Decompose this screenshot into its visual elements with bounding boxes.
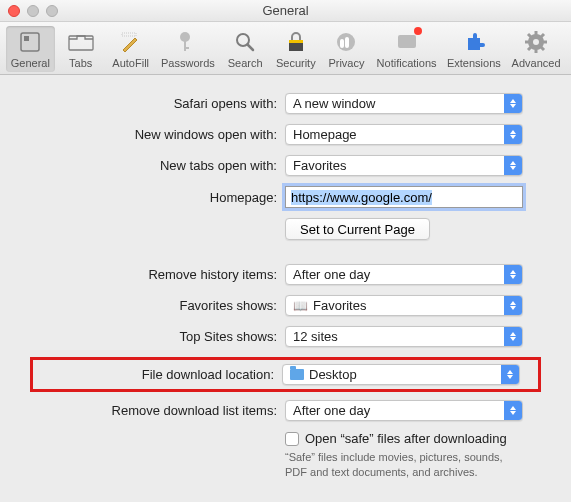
remove-history-label: Remove history items: <box>30 267 285 282</box>
tab-label: Extensions <box>447 57 501 69</box>
new-tabs-label: New tabs open with: <box>30 158 285 173</box>
key-icon <box>175 29 201 55</box>
open-safe-files-label: Open “safe” files after downloading <box>305 431 507 446</box>
select-value: Favorites <box>313 298 504 313</box>
tab-label: AutoFill <box>112 57 149 69</box>
select-value: Favorites <box>293 158 504 173</box>
folder-icon <box>290 369 304 380</box>
chevron-updown-icon <box>501 365 519 384</box>
remove-downloads-select[interactable]: After one day <box>285 400 523 421</box>
remove-downloads-label: Remove download list items: <box>30 403 285 418</box>
download-location-select[interactable]: Desktop <box>282 364 520 385</box>
opens-with-select[interactable]: A new window <box>285 93 523 114</box>
svg-point-16 <box>533 39 539 45</box>
autofill-icon <box>118 29 144 55</box>
chevron-updown-icon <box>504 125 522 144</box>
opens-with-label: Safari opens with: <box>30 96 285 111</box>
svg-rect-13 <box>345 37 349 48</box>
chevron-updown-icon <box>504 401 522 420</box>
tab-label: Tabs <box>69 57 92 69</box>
gear-icon <box>523 29 549 55</box>
preferences-toolbar: General Tabs AutoFill Passwords Search S… <box>0 22 571 75</box>
favorites-shows-select[interactable]: Favorites <box>285 295 523 316</box>
select-value: After one day <box>293 403 504 418</box>
svg-rect-6 <box>184 47 189 49</box>
chevron-updown-icon <box>504 296 522 315</box>
svg-rect-10 <box>289 40 303 43</box>
new-tabs-select[interactable]: Favorites <box>285 155 523 176</box>
chevron-updown-icon <box>504 94 522 113</box>
tab-label: Search <box>228 57 263 69</box>
svg-rect-2 <box>69 36 93 50</box>
book-icon <box>293 299 308 313</box>
svg-line-23 <box>528 47 531 50</box>
tab-general[interactable]: General <box>6 26 55 72</box>
tab-label: Notifications <box>377 57 437 69</box>
tab-label: General <box>11 57 50 69</box>
new-windows-select[interactable]: Homepage <box>285 124 523 145</box>
general-pane: Safari opens with: A new window New wind… <box>0 75 571 500</box>
svg-line-22 <box>541 47 544 50</box>
tab-privacy[interactable]: Privacy <box>322 26 370 72</box>
svg-line-21 <box>528 34 531 37</box>
homepage-input[interactable] <box>285 186 523 208</box>
window-controls <box>8 5 58 17</box>
chevron-updown-icon <box>504 265 522 284</box>
tab-label: Security <box>276 57 316 69</box>
extensions-icon <box>461 29 487 55</box>
svg-rect-0 <box>21 33 39 51</box>
close-icon[interactable] <box>8 5 20 17</box>
open-safe-files-checkbox[interactable] <box>285 432 299 446</box>
tab-extensions[interactable]: Extensions <box>443 26 505 72</box>
general-icon <box>17 29 43 55</box>
window-titlebar: General <box>0 0 571 22</box>
tab-label: Privacy <box>328 57 364 69</box>
svg-rect-1 <box>24 36 29 41</box>
homepage-label: Homepage: <box>30 190 285 205</box>
set-current-page-button[interactable]: Set to Current Page <box>285 218 430 240</box>
tab-tabs[interactable]: Tabs <box>57 26 105 72</box>
tab-autofill[interactable]: AutoFill <box>107 26 155 72</box>
svg-line-24 <box>541 34 544 37</box>
select-value: Homepage <box>293 127 504 142</box>
svg-rect-3 <box>122 33 136 36</box>
tab-search[interactable]: Search <box>221 26 269 72</box>
chevron-updown-icon <box>504 156 522 175</box>
tab-advanced[interactable]: Advanced <box>507 26 565 72</box>
tab-label: Passwords <box>161 57 215 69</box>
maximize-icon <box>46 5 58 17</box>
open-safe-files-description: “Safe” files include movies, pictures, s… <box>285 450 505 480</box>
svg-rect-14 <box>398 35 416 48</box>
select-value: A new window <box>293 96 504 111</box>
window-title: General <box>0 3 571 18</box>
download-location-row-highlight: File download location: Desktop <box>30 357 541 392</box>
svg-rect-5 <box>184 40 186 51</box>
privacy-icon <box>333 29 359 55</box>
notification-badge-icon <box>414 27 422 35</box>
tabs-icon <box>68 29 94 55</box>
download-location-label: File download location: <box>37 367 282 382</box>
tab-passwords[interactable]: Passwords <box>157 26 219 72</box>
tab-notifications[interactable]: Notifications <box>372 26 440 72</box>
topsites-select[interactable]: 12 sites <box>285 326 523 347</box>
select-value: 12 sites <box>293 329 504 344</box>
tab-security[interactable]: Security <box>271 26 320 72</box>
tab-label: Advanced <box>512 57 561 69</box>
minimize-icon <box>27 5 39 17</box>
favorites-shows-label: Favorites shows: <box>30 298 285 313</box>
topsites-label: Top Sites shows: <box>30 329 285 344</box>
svg-line-8 <box>248 45 254 51</box>
lock-icon <box>283 29 309 55</box>
search-icon <box>232 29 258 55</box>
new-windows-label: New windows open with: <box>30 127 285 142</box>
chevron-updown-icon <box>504 327 522 346</box>
remove-history-select[interactable]: After one day <box>285 264 523 285</box>
svg-rect-12 <box>340 39 344 48</box>
notifications-icon <box>394 29 420 55</box>
select-value: Desktop <box>309 367 501 382</box>
select-value: After one day <box>293 267 504 282</box>
